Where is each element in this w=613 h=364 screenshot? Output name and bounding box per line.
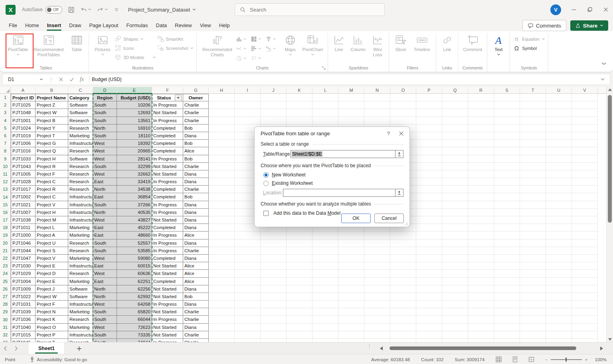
cell-Q7[interactable]	[442, 140, 468, 147]
cell-D5[interactable]: North	[93, 125, 117, 132]
cell-R24[interactable]	[468, 270, 494, 277]
cell-V21[interactable]	[572, 247, 598, 255]
cell-O27[interactable]	[390, 293, 416, 301]
cell-T21[interactable]	[520, 247, 546, 255]
recommended-charts-button[interactable]: ?Recommended Charts	[200, 33, 235, 63]
cell-R32[interactable]	[468, 331, 494, 339]
cell-U18[interactable]	[546, 224, 572, 231]
cell-Q28[interactable]	[442, 301, 468, 308]
cell-V13[interactable]	[572, 186, 598, 193]
row-header-29[interactable]: 29	[0, 308, 11, 316]
radio-existing-worksheet[interactable]: Existing Worksheet	[263, 180, 409, 186]
cell-T30[interactable]	[520, 316, 546, 323]
cell-H32[interactable]	[209, 331, 235, 339]
row-header-1[interactable]: 1	[0, 94, 11, 101]
cell-U8[interactable]	[546, 147, 572, 155]
name-box[interactable]: D1	[2, 77, 46, 82]
status-filter-button[interactable]	[175, 95, 182, 101]
column-header-U[interactable]: U	[546, 87, 572, 94]
cell-I29[interactable]	[235, 308, 261, 316]
cell-O28[interactable]	[390, 301, 416, 308]
cell-S2[interactable]	[494, 101, 520, 109]
slicer-button[interactable]: Slicer	[392, 33, 409, 63]
cell-V20[interactable]	[572, 239, 598, 247]
cell-B10[interactable]: Project R	[36, 163, 68, 170]
cell-I26[interactable]	[235, 285, 261, 293]
cell-E16[interactable]: 40535	[117, 209, 152, 216]
page-break-preview-button[interactable]	[528, 356, 534, 362]
cell-A26[interactable]: PJT1009	[11, 285, 36, 293]
cell-C25[interactable]: Marketing	[68, 278, 93, 285]
table-button[interactable]: Table	[67, 33, 86, 63]
column-header-Q[interactable]: Q	[442, 87, 468, 94]
cell-T8[interactable]	[520, 147, 546, 155]
cell-V14[interactable]	[572, 193, 598, 201]
cell-B18[interactable]: Project L	[36, 224, 68, 231]
cell-G27[interactable]: Bob	[183, 293, 209, 301]
cell-T18[interactable]	[520, 224, 546, 231]
cell-G18[interactable]: Diana	[183, 224, 209, 231]
cell-M4[interactable]	[338, 117, 364, 125]
cell-T16[interactable]	[520, 209, 546, 216]
cell-D22[interactable]: West	[93, 255, 117, 262]
ok-button[interactable]: OK	[341, 214, 371, 223]
cell-V15[interactable]	[572, 201, 598, 209]
cell-D24[interactable]: West	[93, 270, 117, 277]
cell-V12[interactable]	[572, 178, 598, 186]
cell-G31[interactable]: Diana	[183, 324, 209, 331]
name-box-dropdown-icon[interactable]	[40, 78, 43, 81]
cell-F25[interactable]: Completed	[152, 278, 183, 285]
cell-L33[interactable]	[312, 339, 338, 342]
cell-Q12[interactable]	[442, 178, 468, 186]
zoom-out-button[interactable]: −	[545, 357, 548, 362]
cell-B25[interactable]: Project E	[36, 278, 68, 285]
row-header-4[interactable]: 4	[0, 117, 11, 125]
cell-I22[interactable]	[235, 255, 261, 262]
dialog-close-button[interactable]	[399, 131, 404, 136]
cell-Q23[interactable]	[442, 262, 468, 270]
cell-L2[interactable]	[312, 101, 338, 109]
cell-K29[interactable]	[287, 308, 312, 316]
cell-V4[interactable]	[572, 117, 598, 125]
cell-K33[interactable]	[287, 339, 312, 342]
cell-A16[interactable]: PJT1007	[11, 209, 36, 216]
cell-Q29[interactable]	[442, 308, 468, 316]
pivotchart-button[interactable]: PivotChart	[300, 33, 325, 63]
cell-Q3[interactable]	[442, 109, 468, 117]
cell-T31[interactable]	[520, 324, 546, 331]
cell-F23[interactable]: Not Started	[152, 262, 183, 270]
cell-T2[interactable]	[520, 101, 546, 109]
cell-B8[interactable]: Project Q	[36, 147, 68, 155]
cell-F30[interactable]: In Progress	[152, 316, 183, 323]
cell-D17[interactable]: West	[93, 216, 117, 224]
cell-I30[interactable]	[235, 316, 261, 323]
cell-C27[interactable]: Software	[68, 293, 93, 301]
cell-A22[interactable]: PJT1047	[11, 255, 36, 262]
cell-E25[interactable]: 62251	[117, 278, 152, 285]
cell-N29[interactable]	[364, 308, 390, 316]
cell-G5[interactable]: Bob	[183, 125, 209, 132]
column-header-T[interactable]: T	[520, 87, 546, 94]
cell-L19[interactable]	[312, 231, 338, 239]
cell-V26[interactable]	[572, 285, 598, 293]
cell-T5[interactable]	[520, 125, 546, 132]
cell-I1[interactable]	[235, 94, 261, 101]
cell-Q17[interactable]	[442, 216, 468, 224]
cell-U27[interactable]	[546, 293, 572, 301]
zoom-level[interactable]: 100%	[595, 357, 607, 362]
cell-N20[interactable]	[364, 239, 390, 247]
cell-T6[interactable]	[520, 132, 546, 140]
cell-C15[interactable]: Infrastructure	[68, 201, 93, 209]
radio-new-worksheet[interactable]: New Worksheet	[263, 172, 409, 178]
symbol-button[interactable]: ΩSymbol	[513, 44, 545, 52]
cell-E8[interactable]: 20965	[117, 147, 152, 155]
cell-B24[interactable]: Project D	[36, 270, 68, 277]
cell-E6[interactable]: 18110	[117, 132, 152, 140]
column-header-O[interactable]: O	[390, 87, 416, 94]
cell-R9[interactable]	[468, 155, 494, 163]
cell-J24[interactable]	[261, 270, 287, 277]
cell-T28[interactable]	[520, 301, 546, 308]
cell-J33[interactable]	[261, 339, 287, 342]
cell-R1[interactable]	[468, 94, 494, 101]
row-header-21[interactable]: 21	[0, 247, 11, 255]
